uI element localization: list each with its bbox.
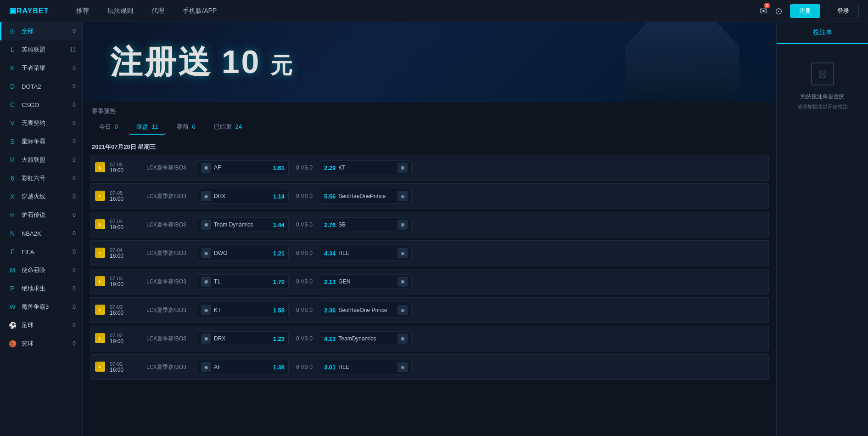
match-time-value: 16:00: [110, 253, 146, 259]
sidebar-item-hearthstone[interactable]: H 炉石传说 0: [0, 206, 82, 224]
team1-odds-box[interactable]: ▣ Team Dynamics 1.44: [197, 217, 289, 232]
sidebar-label-rocket: 火箭联盟: [22, 156, 64, 164]
sidebar-label-all: 全部: [22, 27, 64, 35]
sidebar-label-basketball: 篮球: [22, 340, 64, 348]
team2-odds-box[interactable]: 2.36 SeolHaeOne Prince ▣: [320, 303, 412, 317]
team1-odds-box[interactable]: ▣ DWG 1.21: [197, 246, 289, 260]
sidebar-item-csgo[interactable]: C CSGO 0: [0, 96, 82, 114]
sidebar-count-soccer: 0: [68, 322, 76, 328]
tab-today[interactable]: 今日 0: [92, 120, 125, 135]
match-type: LCK夏季赛/BO3: [146, 363, 197, 371]
team1-odds-box[interactable]: ▣ AF 1.61: [197, 160, 289, 175]
brand-logo[interactable]: ▣RAYBET: [9, 6, 49, 15]
sidebar-item-dota2[interactable]: D DOTA2 0: [0, 77, 82, 96]
match-row: L 07-03 16:00 LCK夏季赛/BO3 ▣ KT 1.58 0 VS …: [90, 297, 769, 323]
sidebar-item-basketball[interactable]: 🏀 篮球 0: [0, 334, 82, 353]
team2-name: SB: [338, 221, 395, 228]
sidebar-item-all[interactable]: ⊙ 全部 0: [0, 22, 82, 40]
match-row: L 07-05 19:00 LCK夏季赛/BO3 ▣ AF 1.61 0 VS …: [90, 155, 769, 181]
team1-odds-box[interactable]: ▣ KT 1.58: [197, 303, 289, 317]
sidebar-icon-hearthstone: H: [8, 210, 17, 220]
sidebar-item-soccer[interactable]: ⚽ 足球 0: [0, 316, 82, 334]
sidebar-item-fifa[interactable]: F FIFA 0: [0, 243, 82, 261]
team1-logo: ▣: [201, 248, 211, 258]
sidebar-label-hearthstone: 炉石传说: [22, 211, 64, 219]
team1-name: AF: [214, 164, 270, 171]
team1-odds-box[interactable]: ▣ DRX 1.23: [197, 331, 289, 346]
match-time-value: 16:00: [110, 367, 146, 373]
nav-links: 推荐 玩法规则 代理 手机版/APP: [76, 7, 760, 15]
sidebar-item-contract[interactable]: V 无畏契约 0: [0, 114, 82, 132]
sidebar-icon-dota2: D: [8, 82, 17, 91]
tab-live[interactable]: 滚盘 11: [129, 120, 166, 135]
sidebar-item-nba2k[interactable]: N NBA2K 0: [0, 224, 82, 243]
team2-odds-box[interactable]: 4.34 HLE ▣: [320, 246, 412, 260]
vs-score: 0 VS 0: [293, 221, 315, 228]
team2-odds-box[interactable]: 2.29 KT ▣: [320, 160, 412, 175]
tab-prematch[interactable]: 赛前 0: [169, 120, 203, 135]
match-row: L 07-02 19:00 LCK夏季赛/BO3 ▣ DRX 1.23 0 VS…: [90, 326, 769, 351]
nav-recommend[interactable]: 推荐: [76, 7, 89, 15]
nav-agent[interactable]: 代理: [151, 7, 164, 15]
bet-slip-tab[interactable]: 投注单: [777, 22, 868, 44]
sidebar-item-star[interactable]: S 星际争霸 0: [0, 132, 82, 151]
register-button[interactable]: 注册: [790, 4, 820, 18]
team1-odds: 1.21: [273, 250, 285, 257]
team1-logo: ▣: [201, 362, 211, 372]
team1-odds-box[interactable]: ▣ T1 1.70: [197, 274, 289, 289]
match-date: 07-05: [110, 162, 146, 167]
sidebar-item-lol[interactable]: L 英雄联盟 11: [0, 40, 82, 59]
sidebar-count-crossfire: 0: [68, 193, 76, 200]
team1-odds: 1.58: [273, 307, 285, 314]
team2-odds-box[interactable]: 3.01 HLE ▣: [320, 360, 412, 374]
match-type: LCK夏季赛/BO3: [146, 193, 197, 200]
team2-logo: ▣: [398, 248, 408, 258]
team2-logo: ▣: [398, 334, 408, 344]
team1-odds-box[interactable]: ▣ DRX 1.14: [197, 189, 289, 204]
team2-odds-box[interactable]: 2.13 GEN ▣: [320, 274, 412, 289]
banner: 注册送 10 元: [83, 22, 776, 102]
sidebar-item-rainbow[interactable]: 6 彩虹六号 0: [0, 169, 82, 187]
login-button[interactable]: 登录: [828, 4, 859, 18]
sidebar-label-crossfire: 穿越火线: [22, 193, 64, 201]
sidebar-count-csgo: 0: [68, 102, 76, 108]
message-icon[interactable]: ✉ 0: [760, 6, 767, 17]
banner-amount: 10: [222, 44, 261, 80]
sidebar-label-star: 星际争霸: [22, 137, 64, 146]
match-time: 07-05 19:00: [110, 162, 146, 174]
sidebar-icon-wow: W: [8, 302, 17, 311]
league-badge: L: [95, 305, 105, 315]
team1-logo: ▣: [201, 163, 211, 173]
sidebar-item-lol2[interactable]: M 使命召唤 0: [0, 261, 82, 279]
sidebar-label-nba2k: NBA2K: [22, 230, 64, 237]
sidebar-item-crossfire[interactable]: X 穿越火线 0: [0, 187, 82, 206]
nav-rules[interactable]: 玩法规则: [107, 7, 133, 15]
team2-odds-box[interactable]: 4.13 TeamDynamics ▣: [320, 331, 412, 346]
tab-finished[interactable]: 已结束 24: [207, 120, 249, 135]
league-icon: L: [95, 219, 106, 230]
match-time: 07-03 19:00: [110, 276, 146, 288]
sidebar-item-wow[interactable]: W 魔兽争霸3 0: [0, 298, 82, 316]
team2-odds: 3.01: [324, 364, 336, 371]
team2-odds-box[interactable]: 2.76 SB ▣: [320, 217, 412, 232]
sidebar-count-contract: 0: [68, 120, 76, 126]
support-icon[interactable]: ⊙: [775, 6, 783, 17]
team2-logo: ▣: [398, 220, 408, 230]
league-icon: L: [95, 333, 106, 344]
match-odds: ▣ Team Dynamics 1.44 0 VS 0 2.76 SB ▣: [197, 217, 764, 232]
match-time-value: 16:00: [110, 310, 146, 316]
match-odds: ▣ AF 1.38 0 VS 0 3.01 HLE ▣: [197, 360, 764, 374]
date-header: 2021年07月28日 星期三: [83, 139, 776, 155]
sidebar-icon-pubg: P: [8, 284, 17, 293]
team2-odds: 2.36: [324, 307, 336, 314]
team2-odds-box[interactable]: 5.56 SeolHaeOnePrince ▣: [320, 189, 412, 204]
nav-mobile[interactable]: 手机版/APP: [183, 7, 217, 15]
team1-odds-box[interactable]: ▣ AF 1.38: [197, 360, 289, 374]
match-odds: ▣ KT 1.58 0 VS 0 2.36 SeolHaeOne Prince …: [197, 303, 764, 317]
match-type: LCK夏季赛/BO3: [146, 278, 197, 286]
sidebar-item-honor[interactable]: K 王者荣耀 0: [0, 59, 82, 77]
top-navigation: ▣RAYBET 推荐 玩法规则 代理 手机版/APP ✉ 0 ⊙ 注册 登录: [0, 0, 868, 22]
sidebar-item-pubg[interactable]: P 绝地求生 0: [0, 279, 82, 298]
sidebar-item-rocket[interactable]: R 火箭联盟 0: [0, 151, 82, 169]
team1-odds: 1.14: [273, 193, 285, 200]
